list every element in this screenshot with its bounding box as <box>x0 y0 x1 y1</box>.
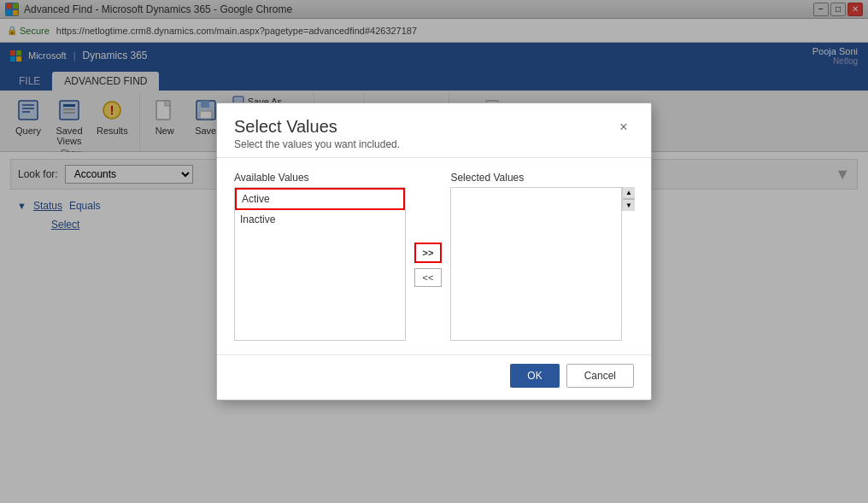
scroll-down-arrow[interactable]: ▼ <box>623 199 635 211</box>
available-values-section: Available Values Active Inactive <box>234 172 406 341</box>
remove-values-button[interactable]: << <box>414 268 443 287</box>
selected-values-label: Selected Values <box>450 172 622 184</box>
scroll-up-arrow[interactable]: ▲ <box>623 187 635 199</box>
dialog-header: Select Values Select the values you want… <box>217 103 651 158</box>
dialog-header-text: Select Values Select the values you want… <box>234 117 400 150</box>
selected-values-list[interactable] <box>450 187 622 341</box>
dialog-scrollbar: ▲ ▼ <box>622 187 634 211</box>
select-values-dialog: Select Values Select the values you want… <box>216 102 652 401</box>
selected-values-section: Selected Values <box>450 172 622 341</box>
cancel-button[interactable]: Cancel <box>566 364 634 388</box>
value-item-active[interactable]: Active <box>235 188 405 210</box>
dialog-title: Select Values <box>234 117 400 137</box>
dialog-subtitle: Select the values you want included. <box>234 138 400 150</box>
available-values-list[interactable]: Active Inactive <box>234 187 406 341</box>
available-values-label: Available Values <box>234 172 406 184</box>
dialog-body: Available Values Active Inactive >> << S… <box>217 158 651 354</box>
dialog-footer: OK Cancel <box>217 354 651 400</box>
ok-button[interactable]: OK <box>510 364 559 388</box>
add-values-button[interactable]: >> <box>414 243 443 263</box>
dialog-overlay: Select Values Select the values you want… <box>0 0 868 503</box>
values-arrows: >> << <box>406 243 451 287</box>
dialog-close-button[interactable]: × <box>613 117 634 137</box>
values-container: Available Values Active Inactive >> << S… <box>234 172 634 341</box>
value-item-inactive[interactable]: Inactive <box>235 210 405 229</box>
